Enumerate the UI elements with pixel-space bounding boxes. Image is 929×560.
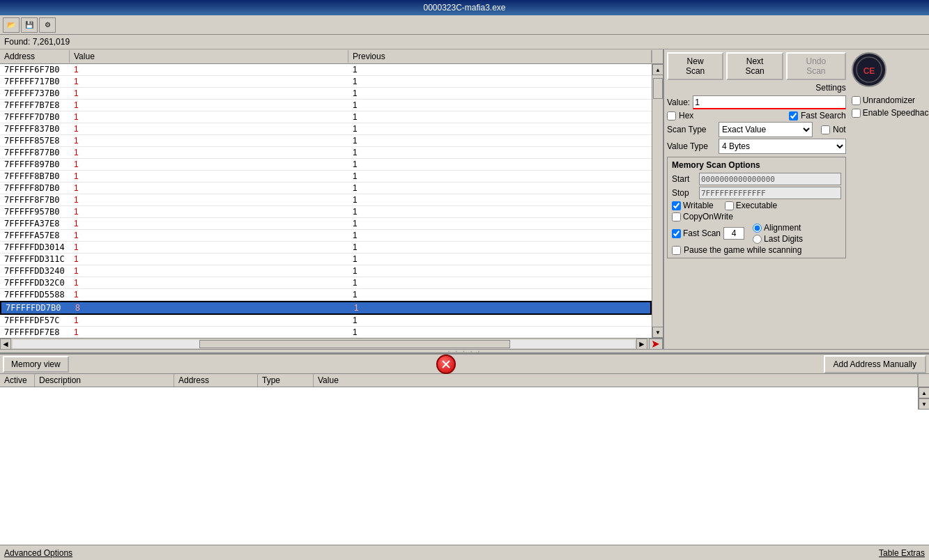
scroll-thumb[interactable] — [653, 78, 663, 99]
table-row[interactable]: 7FFFFF8D7B011 — [0, 182, 652, 194]
advanced-options-label[interactable]: Advanced Options — [4, 548, 72, 558]
settings-toolbar-button[interactable]: ⚙ — [39, 17, 56, 33]
delete-button[interactable] — [436, 355, 456, 374]
column-header-value[interactable]: Value — [70, 50, 348, 63]
table-row[interactable]: 7FFFFFDD324011 — [0, 265, 652, 277]
executable-checkbox[interactable] — [725, 201, 734, 210]
value-input[interactable] — [693, 95, 846, 109]
next-scan-button[interactable]: Next Scan — [726, 52, 783, 80]
cell-value: 1 — [70, 135, 348, 146]
not-checkbox[interactable] — [821, 125, 830, 134]
table-header: Address Value Previous — [0, 49, 663, 64]
cell-address: 7FFFFFDD3240 — [0, 265, 70, 277]
cell-value: 1 — [70, 315, 348, 326]
table-row[interactable]: 7FFFFF957B011 — [0, 206, 652, 218]
pause-checkbox[interactable] — [672, 246, 681, 255]
open-button[interactable]: 📂 — [3, 17, 20, 33]
found-count: Found: 7,261,019 — [4, 37, 70, 47]
table-row[interactable]: 7FFFFF717B011 — [0, 76, 652, 88]
cell-value: 1 — [70, 182, 348, 194]
table-row[interactable]: 7FFFFFDD32C011 — [0, 277, 652, 289]
table-row[interactable]: 7FFFFF7B7E811 — [0, 100, 652, 111]
stop-input[interactable] — [699, 187, 841, 199]
table-row[interactable]: 7FFFFF737B011 — [0, 88, 652, 100]
alignment-radio-group: Alignment Last Digits — [753, 223, 803, 244]
cell-previous: 1 — [348, 88, 652, 99]
cell-previous: 1 — [348, 64, 652, 75]
found-bar: Found: 7,261,019 — [0, 35, 929, 49]
cell-value: 1 — [70, 230, 348, 241]
table-row[interactable]: 7FFFFF8F7B011 — [0, 194, 652, 206]
table-row[interactable]: 7FFFFF6F7B011 — [0, 64, 652, 76]
alignment-radio-label[interactable]: Alignment — [753, 223, 803, 233]
new-scan-button[interactable]: New Scan — [667, 52, 723, 80]
table-row[interactable]: 7FFFFFA57E811 — [0, 230, 652, 242]
bottom-scroll-up[interactable]: ▲ — [919, 387, 929, 398]
start-input[interactable] — [699, 173, 841, 185]
enable-speedhack-checkbox[interactable] — [852, 109, 861, 118]
toolbar: 📂 💾 ⚙ — [0, 15, 929, 35]
address-table-body[interactable]: 7FFFFF6F7B0117FFFFF717B0117FFFFF737B0117… — [0, 64, 652, 338]
last-digits-radio[interactable] — [753, 235, 762, 244]
scroll-up-button[interactable]: ▲ — [652, 64, 663, 75]
fast-scan-label[interactable]: Fast Scan — [672, 228, 721, 238]
last-digits-radio-label[interactable]: Last Digits — [753, 234, 803, 244]
right-panel: New Scan Next Scan Undo Scan Settings Va… — [664, 49, 929, 349]
scroll-down-button[interactable]: ▼ — [652, 327, 663, 338]
add-address-button[interactable]: Add Address Manually — [824, 355, 926, 373]
memory-view-button[interactable]: Memory view — [3, 356, 69, 373]
scroll-right-button[interactable]: ► — [636, 339, 647, 350]
alignment-radio[interactable] — [753, 224, 762, 233]
writable-checkbox[interactable] — [672, 201, 681, 210]
table-row[interactable]: 7FFFFFDD311C11 — [0, 254, 652, 265]
table-row[interactable]: 7FFFFF7D7B011 — [0, 111, 652, 123]
value-type-row: Value Type Byte 2 Bytes 4 Bytes 8 Bytes … — [667, 139, 846, 154]
table-row[interactable]: 7FFFFFA37E811 — [0, 218, 652, 230]
cell-previous: 1 — [350, 302, 650, 313]
table-row[interactable]: 7FFFFF8B7B011 — [0, 171, 652, 182]
cell-address: 7FFFFFDF7E8 — [0, 327, 70, 338]
cell-previous: 1 — [348, 230, 652, 241]
writable-label[interactable]: Writable — [672, 201, 714, 210]
table-row[interactable]: 7FFFFFDD301411 — [0, 242, 652, 254]
table-extras-label[interactable]: Table Extras — [879, 548, 925, 558]
bottom-table-header: Active Description Address Type Value — [0, 374, 929, 387]
cell-previous: 1 — [348, 182, 652, 194]
right-checks: CE Unrandomizer Enable Speedhack — [852, 52, 929, 118]
fast-scan-value-input[interactable] — [723, 227, 744, 240]
pointer-button[interactable] — [649, 339, 663, 350]
column-header-previous[interactable]: Previous — [348, 50, 652, 63]
status-bar: Advanced Options Table Extras — [0, 545, 929, 560]
copy-on-write-label[interactable]: CopyOnWrite — [672, 212, 733, 221]
table-row[interactable]: 7FFFFF837B011 — [0, 123, 652, 135]
unrandomizer-checkbox[interactable] — [852, 96, 861, 105]
column-header-address[interactable]: Address — [0, 50, 70, 63]
fast-scan-checkbox[interactable] — [672, 229, 681, 238]
fast-search-checkbox[interactable] — [789, 111, 798, 120]
cell-previous: 1 — [348, 100, 652, 111]
bottom-scroll-down[interactable]: ▼ — [919, 398, 929, 410]
x-icon — [440, 359, 452, 370]
value-type-dropdown[interactable]: Byte 2 Bytes 4 Bytes 8 Bytes Float Doubl… — [719, 139, 846, 154]
table-row[interactable]: 7FFFFFDF7E811 — [0, 327, 652, 338]
table-row[interactable]: 7FFFFF877B011 — [0, 147, 652, 159]
save-button[interactable]: 💾 — [21, 17, 38, 33]
unrandomizer-label[interactable]: Unrandomizer — [852, 95, 929, 105]
copy-on-write-checkbox[interactable] — [672, 212, 681, 221]
undo-scan-button[interactable]: Undo Scan — [786, 52, 846, 80]
horizontal-scrollbar[interactable]: ◄ ► — [0, 338, 663, 349]
table-row[interactable]: 7FFFFF897B011 — [0, 159, 652, 171]
cell-address: 7FFFFF957B0 — [0, 206, 70, 217]
scroll-left-button[interactable]: ◄ — [0, 339, 11, 350]
scan-buttons-row: New Scan Next Scan Undo Scan — [667, 52, 846, 80]
hex-checkbox[interactable] — [667, 111, 676, 120]
executable-label[interactable]: Executable — [725, 201, 777, 210]
scan-type-dropdown[interactable]: Exact Value Bigger than... Smaller than.… — [719, 122, 813, 137]
table-row[interactable]: 7FFFFF857E811 — [0, 135, 652, 147]
cell-value: 1 — [70, 327, 348, 338]
table-row[interactable]: 7FFFFFDF57C11 — [0, 315, 652, 327]
table-row[interactable]: 7FFFFFDD7B081 — [0, 301, 652, 315]
bottom-table-body: ▲ ▼ — [0, 387, 929, 545]
table-row[interactable]: 7FFFFFDD558811 — [0, 289, 652, 301]
enable-speedhack-label[interactable]: Enable Speedhack — [852, 108, 929, 118]
